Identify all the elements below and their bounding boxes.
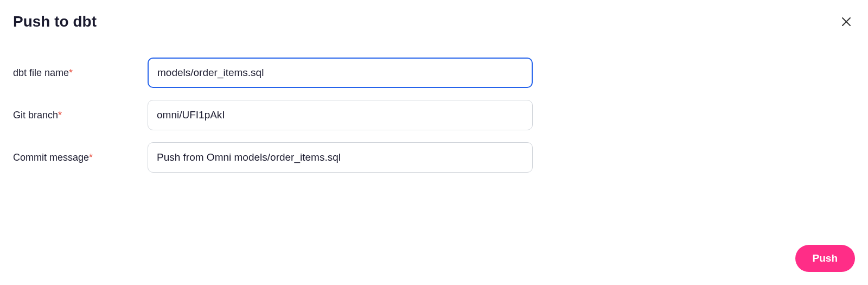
- required-marker: *: [89, 152, 93, 163]
- git-branch-label-text: Git branch: [13, 110, 58, 121]
- dialog-header: Push to dbt: [13, 13, 855, 30]
- form-row-git-branch: Git branch*: [13, 100, 855, 130]
- close-icon: [840, 15, 853, 28]
- close-button[interactable]: [838, 13, 855, 30]
- git-branch-label: Git branch*: [13, 110, 148, 121]
- file-name-input[interactable]: [148, 58, 533, 88]
- git-branch-input[interactable]: [148, 100, 533, 130]
- commit-message-label: Commit message*: [13, 152, 148, 163]
- dialog-title: Push to dbt: [13, 13, 97, 30]
- required-marker: *: [58, 110, 62, 121]
- commit-message-label-text: Commit message: [13, 152, 89, 163]
- form-row-commit-message: Commit message*: [13, 142, 855, 173]
- dialog-footer: Push: [795, 245, 855, 272]
- required-marker: *: [69, 67, 73, 78]
- form-row-file-name: dbt file name*: [13, 58, 855, 88]
- push-button[interactable]: Push: [795, 245, 855, 272]
- commit-message-input[interactable]: [148, 142, 533, 173]
- file-name-label: dbt file name*: [13, 67, 148, 79]
- file-name-label-text: dbt file name: [13, 67, 69, 78]
